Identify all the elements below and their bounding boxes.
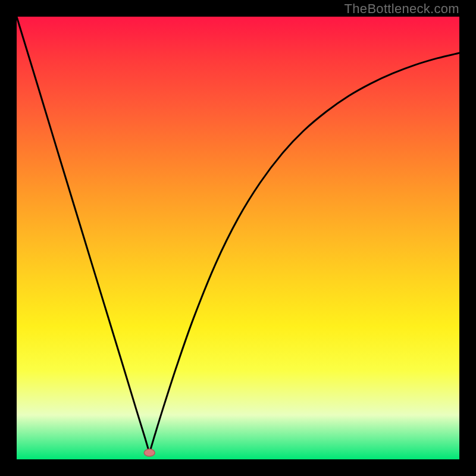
chart-svg [17, 17, 459, 459]
bottleneck-curve [17, 17, 459, 453]
watermark-text: TheBottleneck.com [345, 1, 459, 17]
chart-plot-area [17, 17, 459, 459]
optimum-marker [144, 449, 155, 456]
